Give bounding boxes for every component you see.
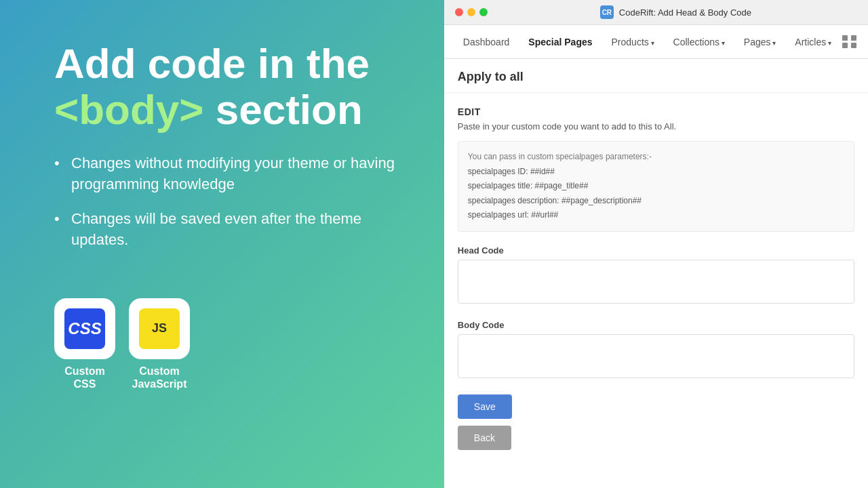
nav-articles[interactable]: Articles bbox=[787, 31, 840, 53]
grid-sq-3 bbox=[842, 43, 848, 48]
body-code-label: Body Code bbox=[458, 320, 854, 330]
js-icon-card: JS CustomJavaScript bbox=[129, 298, 190, 390]
maximize-dot[interactable] bbox=[479, 8, 488, 16]
title-highlight: <body> bbox=[54, 86, 204, 133]
css-badge: CSS bbox=[64, 308, 105, 349]
icons-row: CSS CustomCSS JS CustomJavaScript bbox=[54, 298, 403, 390]
nav-collections[interactable]: Collections bbox=[665, 31, 733, 53]
right-panel: CR CodeRift: Add Head & Body Code Dashbo… bbox=[444, 0, 868, 488]
css-icon-label: CustomCSS bbox=[64, 365, 105, 390]
param-title: specialpages title: ##page_title## bbox=[468, 179, 844, 194]
window-title: CodeRift: Add Head & Body Code bbox=[619, 7, 751, 18]
nav-special-pages[interactable]: Special Pages bbox=[520, 31, 600, 53]
close-dot[interactable] bbox=[455, 8, 463, 16]
js-icon-label: CustomJavaScript bbox=[132, 365, 187, 390]
body-code-input[interactable] bbox=[458, 334, 854, 378]
nav-bar: Dashboard Special Pages Products Collect… bbox=[444, 25, 868, 59]
section-title: Apply to all bbox=[458, 70, 854, 84]
section-header: Apply to all bbox=[444, 59, 868, 93]
app-icon: CR bbox=[600, 5, 614, 19]
back-button[interactable]: Back bbox=[458, 426, 511, 450]
window-chrome: CR CodeRift: Add Head & Body Code bbox=[444, 0, 868, 25]
js-icon-box: JS bbox=[129, 298, 190, 359]
grid-sq-4 bbox=[851, 43, 856, 48]
head-code-label: Head Code bbox=[458, 245, 854, 256]
edit-label: EDIT bbox=[458, 106, 854, 117]
bullet-item-2: Changes will be saved even after the the… bbox=[54, 209, 403, 251]
css-icon-box: CSS bbox=[54, 298, 115, 359]
param-url: specialpages url: ##url## bbox=[468, 208, 844, 223]
nav-products[interactable]: Products bbox=[604, 31, 663, 53]
param-id: specialpages ID: ##id## bbox=[468, 165, 844, 180]
nav-pages[interactable]: Pages bbox=[736, 31, 784, 53]
css-icon-card: CSS CustomCSS bbox=[54, 298, 115, 390]
title-line1: Add code in the bbox=[54, 40, 370, 87]
grid-sq-2 bbox=[851, 35, 856, 41]
minimize-dot[interactable] bbox=[467, 8, 475, 16]
bullet-list: Changes without modifying your theme or … bbox=[54, 153, 403, 264]
head-code-input[interactable] bbox=[458, 260, 854, 304]
params-intro: You can pass in custom specialpages para… bbox=[468, 150, 844, 165]
grid-sq-1 bbox=[842, 35, 848, 41]
params-box: You can pass in custom specialpages para… bbox=[458, 141, 854, 232]
left-panel: Add code in the <body> section Changes w… bbox=[0, 0, 444, 488]
main-content: Apply to all EDIT Paste in your custom c… bbox=[444, 59, 868, 488]
window-title-bar: CR CodeRift: Add Head & Body Code bbox=[494, 5, 857, 19]
param-description: specialpages description: ##page_descrip… bbox=[468, 194, 844, 209]
grid-icon[interactable] bbox=[842, 35, 857, 48]
title-line2: section bbox=[204, 86, 363, 133]
hero-title: Add code in the <body> section bbox=[54, 41, 403, 133]
bullet-item-1: Changes without modifying your theme or … bbox=[54, 153, 403, 195]
edit-description: Paste in your custom code you want to ad… bbox=[458, 121, 854, 131]
js-badge: JS bbox=[139, 308, 180, 349]
window-dots bbox=[455, 8, 488, 16]
save-button[interactable]: Save bbox=[458, 394, 512, 419]
edit-section: EDIT Paste in your custom code you want … bbox=[444, 93, 868, 464]
nav-dashboard[interactable]: Dashboard bbox=[455, 31, 518, 53]
